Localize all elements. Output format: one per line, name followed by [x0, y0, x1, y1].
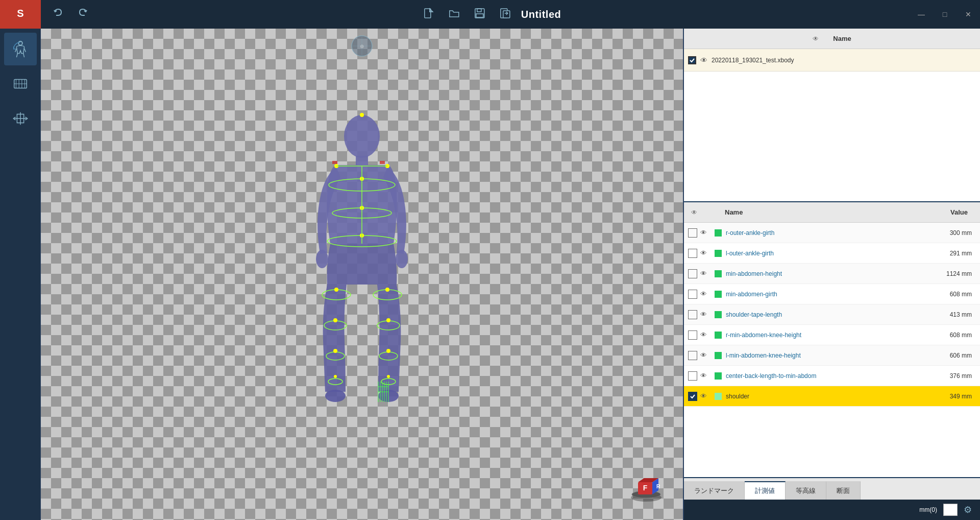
- visibility-header-icon: 👁: [691, 209, 697, 216]
- app-logo: S: [0, 0, 41, 29]
- close-button[interactable]: ✕: [957, 0, 980, 29]
- svg-point-54: [333, 349, 337, 353]
- file-name-label: 20220118_193021_test.xbody: [712, 57, 794, 64]
- row-checkbox[interactable]: [688, 228, 697, 238]
- svg-text:R: R: [656, 484, 660, 489]
- sidebar-item-body[interactable]: [4, 33, 37, 65]
- row-eye-icon[interactable]: 👁: [700, 249, 712, 257]
- export-button[interactable]: [496, 6, 515, 23]
- row-color-indicator: [715, 250, 722, 257]
- row-eye-icon[interactable]: 👁: [700, 331, 712, 339]
- svg-point-46: [334, 288, 338, 292]
- sidebar: [0, 29, 41, 520]
- svg-point-50: [333, 318, 337, 322]
- save-button[interactable]: [470, 6, 489, 23]
- row-measurement-value: 300 mm: [930, 229, 976, 237]
- file-list-row[interactable]: 👁 20220118_193021_test.xbody: [684, 49, 980, 72]
- meas-header-value: Value: [923, 208, 974, 216]
- file-eye-icon[interactable]: 👁: [700, 56, 707, 64]
- settings-icon[interactable]: ⚙: [964, 504, 972, 515]
- svg-rect-4: [477, 9, 481, 12]
- measurements-header: 👁 Name Value: [684, 202, 980, 223]
- file-list-section: 👁 Name 👁 20220118_193021_test.xbody: [684, 29, 980, 202]
- sidebar-item-compare[interactable]: [4, 102, 37, 135]
- sidebar-item-measure[interactable]: [4, 67, 37, 100]
- row-color-indicator: [715, 352, 722, 359]
- window-controls: — □ ✕: [910, 0, 980, 29]
- tab-landmark[interactable]: ランドマーク: [684, 481, 745, 500]
- navigation-cube[interactable]: ⊕: [351, 35, 373, 57]
- row-color-indicator: [715, 291, 722, 298]
- row-color-indicator: [715, 311, 722, 318]
- row-measurement-name: min-abdomen-girth: [726, 291, 930, 298]
- redo-button[interactable]: [72, 6, 92, 23]
- row-checkbox[interactable]: [688, 392, 697, 401]
- file-list-header: 👁 Name: [684, 29, 980, 49]
- measurement-row[interactable]: 👁r-outer-ankle-girth300 mm: [684, 223, 980, 243]
- svg-point-8: [18, 41, 22, 45]
- row-eye-icon[interactable]: 👁: [700, 351, 712, 359]
- row-eye-icon[interactable]: 👁: [700, 392, 712, 400]
- row-measurement-value: 291 mm: [930, 250, 976, 257]
- nav-buttons: [41, 6, 100, 23]
- tab-measure[interactable]: 計測値: [745, 481, 786, 500]
- file-list-name-col: Name: [833, 35, 851, 42]
- undo-button[interactable]: [49, 6, 68, 23]
- row-checkbox[interactable]: [688, 351, 697, 360]
- row-measurement-value: 413 mm: [930, 311, 976, 318]
- unit-color-box[interactable]: [943, 504, 958, 516]
- row-color-indicator: [715, 372, 722, 380]
- open-file-button[interactable]: [445, 6, 464, 23]
- row-eye-icon[interactable]: 👁: [700, 270, 712, 277]
- row-color-indicator: [715, 229, 722, 237]
- row-checkbox[interactable]: [688, 310, 697, 319]
- main-area: ⊕: [0, 29, 980, 520]
- measurement-row[interactable]: 👁l-outer-ankle-girth291 mm: [684, 243, 980, 264]
- meas-header-vis: 👁: [684, 209, 704, 216]
- row-measurement-value: 376 mm: [930, 372, 976, 380]
- row-eye-icon[interactable]: 👁: [700, 372, 712, 380]
- row-measurement-value: 1124 mm: [930, 270, 976, 277]
- svg-point-30: [396, 250, 408, 268]
- row-measurement-name: shoulder-tape-length: [726, 311, 930, 318]
- row-checkbox[interactable]: [688, 330, 697, 340]
- row-eye-icon[interactable]: 👁: [700, 311, 712, 318]
- viewport[interactable]: ⊕: [41, 29, 683, 520]
- measurement-row[interactable]: 👁center-back-length-to-min-abdom376 mm: [684, 366, 980, 386]
- measurement-row[interactable]: 👁shoulder-tape-length413 mm: [684, 304, 980, 325]
- measurements-section: 👁 Name Value 👁r-outer-ankle-girth300 mm👁…: [684, 202, 980, 477]
- row-eye-icon[interactable]: 👁: [700, 290, 712, 298]
- row-checkbox[interactable]: [688, 269, 697, 278]
- tab-cross[interactable]: 断面: [826, 481, 861, 500]
- measurement-row[interactable]: 👁shoulder349 mm: [684, 386, 980, 407]
- unit-label: mm(0): [919, 506, 937, 513]
- svg-point-27: [344, 115, 380, 158]
- row-checkbox[interactable]: [688, 371, 697, 381]
- file-checkbox[interactable]: [688, 56, 696, 64]
- svg-rect-61: [380, 161, 385, 164]
- svg-point-31: [325, 390, 346, 402]
- tab-contour[interactable]: 等高線: [786, 481, 826, 500]
- axis-cube[interactable]: F R: [626, 463, 667, 504]
- row-eye-icon[interactable]: 👁: [700, 229, 712, 237]
- row-measurement-name: l-outer-ankle-girth: [726, 250, 930, 257]
- file-list-visibility-col: 👁: [813, 35, 833, 42]
- row-measurement-name: r-outer-ankle-girth: [726, 229, 930, 237]
- titlebar-center: Untitled: [419, 6, 561, 23]
- status-bar: mm(0) ⚙: [684, 500, 980, 520]
- app-title: Untitled: [521, 9, 561, 20]
- new-file-button[interactable]: [419, 6, 438, 23]
- svg-point-33: [360, 113, 364, 117]
- row-checkbox[interactable]: [688, 290, 697, 299]
- svg-point-47: [385, 288, 389, 292]
- measurement-row[interactable]: 👁r-min-abdomen-knee-height608 mm: [684, 325, 980, 345]
- svg-line-11: [16, 54, 17, 58]
- measurement-row[interactable]: 👁l-min-abdomen-knee-height606 mm: [684, 345, 980, 366]
- row-checkbox[interactable]: [688, 249, 697, 258]
- maximize-button[interactable]: □: [933, 0, 957, 29]
- row-measurement-name: min-abdomen-height: [726, 270, 930, 277]
- measurement-row[interactable]: 👁min-abdomen-height1124 mm: [684, 264, 980, 284]
- row-measurement-value: 606 mm: [930, 352, 976, 359]
- minimize-button[interactable]: —: [910, 0, 933, 29]
- measurement-row[interactable]: 👁min-abdomen-girth608 mm: [684, 284, 980, 304]
